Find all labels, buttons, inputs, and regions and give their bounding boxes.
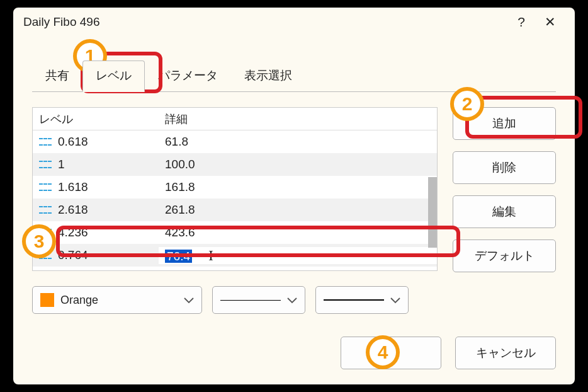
level-value: 0.618 (58, 135, 88, 149)
scrollbar-thumb[interactable] (428, 177, 437, 248)
edit-button[interactable]: 編集 (453, 195, 556, 228)
chevron-down-icon (184, 294, 194, 307)
right-pane: 追加 削除 編集 デフォルト (453, 107, 556, 314)
table-header: レベル 詳細 (33, 108, 437, 130)
delete-button[interactable]: 削除 (453, 151, 556, 184)
table-row[interactable]: 0.618 61.8 (33, 130, 437, 153)
table-row[interactable]: 4.236 423.6 (33, 221, 437, 244)
detail-value: 61.8 (159, 135, 437, 149)
line-style-icon (39, 229, 52, 236)
line-sample-icon (324, 299, 384, 301)
levels-table: レベル 詳細 0.618 61.8 1 100.0 1.618 161.8 (32, 107, 438, 271)
col-level: レベル (33, 112, 159, 127)
line-style-icon (39, 206, 52, 214)
chevron-down-icon (390, 294, 400, 307)
line-style-combo[interactable] (212, 286, 305, 314)
style-row: Orange (32, 286, 438, 314)
ok-button[interactable]: OK (341, 337, 441, 369)
line-style-icon (39, 161, 52, 168)
line-style-icon (39, 138, 52, 146)
default-button[interactable]: デフォルト (453, 239, 556, 272)
detail-edit-cell[interactable]: 76.4I (159, 247, 437, 264)
level-value: 1 (58, 158, 65, 171)
window-title: Daily Fibo 496 (23, 15, 507, 29)
table-row[interactable]: 1.618 161.8 (33, 176, 437, 199)
tab-bar: 共有 レベル パラメータ 表示選択 (13, 61, 575, 92)
level-value: 1.618 (58, 180, 88, 194)
add-button[interactable]: 追加 (453, 107, 556, 140)
line-style-icon (39, 251, 52, 259)
titlebar: Daily Fibo 496 ? ✕ (13, 8, 575, 37)
tab-params[interactable]: パラメータ (145, 61, 231, 92)
level-value: 2.618 (58, 203, 88, 217)
line-style-icon (39, 183, 52, 191)
chevron-down-icon (287, 294, 297, 307)
table-row[interactable]: 2.618 261.8 (33, 199, 437, 221)
close-button[interactable]: ✕ (536, 14, 565, 30)
help-button[interactable]: ? (507, 14, 536, 30)
line-sample-icon (220, 300, 281, 301)
left-pane: レベル 詳細 0.618 61.8 1 100.0 1.618 161.8 (32, 107, 438, 314)
table-row-editing[interactable]: 0.764 76.4I (33, 244, 437, 267)
tab-share[interactable]: 共有 (32, 61, 82, 92)
table-body: 0.618 61.8 1 100.0 1.618 161.8 2.618 261… (33, 130, 437, 267)
line-width-combo[interactable] (315, 286, 409, 314)
level-value: 4.236 (58, 226, 88, 239)
table-row[interactable]: 1 100.0 (33, 153, 437, 176)
dialog-window: Daily Fibo 496 ? ✕ 共有 レベル パラメータ 表示選択 レベル… (12, 6, 576, 386)
cancel-button[interactable]: キャンセル (455, 337, 556, 369)
col-detail: 詳細 (159, 112, 437, 127)
detail-value: 423.6 (159, 226, 437, 239)
tab-display[interactable]: 表示選択 (231, 61, 305, 92)
detail-value: 161.8 (159, 180, 437, 194)
footer: OK キャンセル (341, 337, 556, 369)
tab-level[interactable]: レベル (82, 61, 145, 92)
color-name: Orange (60, 294, 98, 307)
detail-value: 100.0 (159, 158, 437, 171)
detail-value: 261.8 (159, 203, 437, 217)
level-value: 0.764 (58, 248, 88, 262)
edit-value: 76.4 (165, 250, 192, 263)
color-swatch (40, 293, 54, 307)
color-combo[interactable]: Orange (32, 286, 202, 314)
text-cursor-icon: I (208, 247, 213, 264)
content: レベル 詳細 0.618 61.8 1 100.0 1.618 161.8 (32, 91, 556, 314)
